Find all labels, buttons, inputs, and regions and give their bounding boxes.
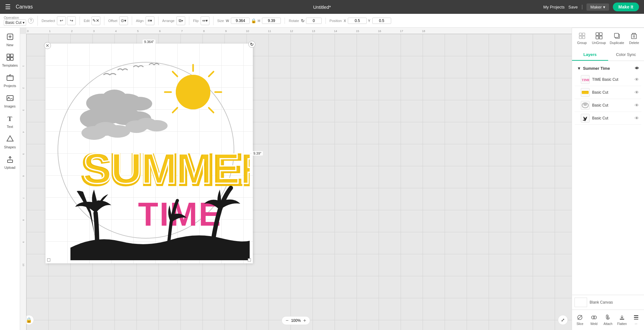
sidebar-label-shapes: Shapes [4, 145, 16, 149]
svg-text:6: 6 [22, 175, 25, 177]
text-icon: T [6, 114, 14, 124]
layer-name-3: Basic Cut [592, 103, 632, 107]
svg-point-44 [176, 75, 210, 109]
layer-item-4[interactable]: Basic Cut 👁 [575, 112, 641, 125]
svg-rect-87 [631, 34, 636, 39]
layer-item-2[interactable]: Basic Cut 👁 [575, 86, 641, 99]
layer-eye-3[interactable]: 👁 [635, 103, 639, 108]
fullscreen-button[interactable]: ⤢ [558, 315, 568, 325]
close-handle[interactable]: ✕ [44, 42, 51, 49]
design-container[interactable]: 9.364" 9.39" ↻ ✕ [48, 47, 250, 260]
layer-thumb-3 [581, 101, 590, 110]
duplicate-button[interactable]: Duplicate [608, 30, 625, 47]
more-icon [633, 314, 639, 321]
resize-handle-br[interactable] [248, 258, 251, 261]
attach-button[interactable]: Attach [601, 312, 615, 327]
canvas-content[interactable]: 9.364" 9.39" ↻ ✕ [26, 34, 572, 330]
tab-layers[interactable]: Layers [572, 49, 608, 61]
ruler-vertical: 1 2 3 4 5 6 7 8 9 10 [20, 34, 26, 330]
size-lock-icon[interactable]: 🔒 [251, 18, 256, 23]
redo-button[interactable]: ↪ [67, 16, 76, 25]
align-section: Align ≡▾ [136, 16, 158, 25]
svg-text:2: 2 [71, 30, 73, 33]
document-title[interactable]: Untitled* [313, 4, 331, 10]
operation-info-btn[interactable]: ? [28, 18, 34, 24]
svg-text:7: 7 [22, 197, 25, 199]
more-button[interactable]: ··· [629, 312, 643, 327]
layer-item-1[interactable]: TIME TIME Basic Cut 👁 [575, 73, 641, 86]
zoom-in-button[interactable]: + [303, 318, 306, 323]
layer-group-header[interactable]: ▼ Summer Time 👁 [575, 63, 641, 73]
rotate-input[interactable] [306, 18, 322, 24]
svg-text:6: 6 [159, 30, 161, 33]
templates-icon [6, 53, 14, 63]
slice-button[interactable]: Slice [573, 312, 587, 327]
tab-color-sync[interactable]: Color Sync [608, 49, 644, 61]
svg-rect-102 [620, 319, 624, 320]
blank-canvas-area: Blank Canvas [572, 295, 644, 310]
undo-button[interactable]: ↩ [57, 16, 66, 25]
svg-rect-75 [579, 36, 582, 39]
resize-handle-bl[interactable] [47, 258, 50, 261]
make-it-button[interactable]: Make It [613, 3, 639, 11]
group-eye-icon[interactable]: 👁 [635, 66, 639, 71]
left-sidebar: New Templates Projects [0, 28, 20, 330]
delete-icon [630, 32, 637, 40]
edit-button[interactable]: ✎✕ [92, 16, 100, 25]
edit-section: Edit ✎✕ [84, 16, 104, 25]
weld-button[interactable]: Weld [587, 312, 601, 327]
svg-text:4: 4 [22, 131, 25, 133]
layer-eye-4[interactable]: 👁 [635, 116, 639, 121]
sidebar-item-templates[interactable]: Templates [1, 51, 19, 70]
svg-rect-105 [634, 319, 638, 320]
operation-section: Operation Basic Cut ▾ ? [4, 16, 38, 26]
svg-rect-4 [10, 54, 13, 57]
svg-text:12: 12 [290, 30, 293, 33]
ungroup-button[interactable]: UnGroup [591, 30, 607, 47]
sidebar-item-projects[interactable]: Projects [1, 71, 19, 90]
nav-right: My Projects Save | Maker ▾ Make It [543, 3, 639, 11]
y-input[interactable] [372, 18, 391, 24]
main-layout: New Templates Projects [0, 28, 644, 330]
width-input[interactable] [231, 18, 250, 24]
svg-text:18: 18 [422, 30, 425, 33]
svg-text:11: 11 [268, 30, 271, 33]
rotate-handle[interactable]: ↻ [248, 41, 255, 48]
group-button[interactable]: Group [575, 30, 589, 47]
canvas-area: 0 1 2 3 4 5 6 7 8 9 10 11 12 13 14 15 16… [20, 28, 572, 330]
layer-eye-2[interactable]: 👁 [635, 90, 639, 95]
x-input[interactable] [348, 18, 367, 24]
save-button[interactable]: Save [569, 5, 578, 9]
zoom-out-button[interactable]: − [286, 318, 288, 323]
size-label-width: 9.364" [142, 40, 155, 44]
sidebar-item-text[interactable]: T Text [1, 112, 19, 131]
svg-marker-11 [7, 136, 13, 141]
sidebar-item-new[interactable]: New [1, 30, 19, 49]
flatten-button[interactable]: Flatten [615, 312, 629, 327]
my-projects-button[interactable]: My Projects [543, 5, 565, 9]
flip-section: Flip ⇔▾ [193, 16, 214, 25]
height-input[interactable] [262, 18, 281, 24]
images-icon [6, 94, 14, 103]
arrange-button[interactable]: ⧉▾ [176, 16, 185, 25]
svg-text:16: 16 [378, 30, 381, 33]
layer-item-3[interactable]: Basic Cut 👁 [575, 99, 641, 112]
align-button[interactable]: ≡▾ [146, 16, 154, 25]
size-section: Size W 🔒 H [217, 18, 285, 24]
operation-select[interactable]: Basic Cut ▾ [4, 19, 26, 26]
layer-name-2: Basic Cut [592, 90, 632, 95]
sidebar-item-images[interactable]: Images [1, 91, 19, 111]
sidebar-item-upload[interactable]: Upload [1, 153, 19, 172]
delete-button[interactable]: Delete [627, 30, 641, 47]
layer-name-1: TIME Basic Cut [592, 77, 632, 82]
maker-selector[interactable]: Maker ▾ [586, 3, 609, 11]
sidebar-label-projects: Projects [4, 84, 16, 88]
svg-text:2: 2 [22, 87, 25, 89]
weld-icon [591, 314, 597, 321]
sidebar-item-shapes[interactable]: Shapes [1, 132, 19, 151]
panel-top-actions: Group UnGroup [572, 28, 644, 49]
offset-button[interactable]: ⊙▾ [119, 16, 128, 25]
hamburger-menu[interactable]: ☰ [5, 3, 11, 11]
layer-eye-1[interactable]: 👁 [635, 77, 639, 82]
flip-button[interactable]: ⇔▾ [201, 16, 209, 25]
